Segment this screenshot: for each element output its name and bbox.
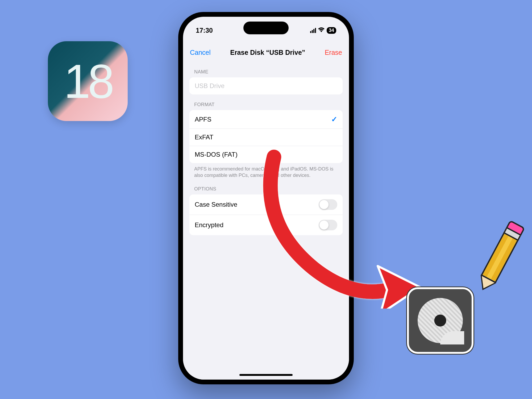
format-option-exfat[interactable]: ExFAT — [189, 129, 343, 146]
hard-disk-icon — [407, 287, 473, 354]
format-option-label: APFS — [195, 116, 211, 123]
checkmark-icon: ✓ — [331, 115, 337, 124]
format-section-footer: APFS is recommended for macOS, iOS, and … — [189, 163, 343, 179]
switch-toggle[interactable] — [319, 199, 337, 210]
option-label: Encrypted — [195, 221, 223, 229]
iphone-screen: 17:30 34 Cancel Erase Disk “USB Drive” E… — [183, 17, 349, 380]
name-section: NAME USB Drive — [183, 69, 349, 94]
option-case-sensitive[interactable]: Case Sensitive — [189, 194, 343, 215]
status-time: 17:30 — [196, 27, 213, 34]
switch-toggle[interactable] — [319, 220, 337, 230]
disk-edit-icon — [407, 247, 495, 354]
format-section-header: FORMAT — [189, 102, 343, 110]
erase-button[interactable]: Erase — [325, 49, 342, 56]
erase-disk-sheet: Cancel Erase Disk “USB Drive” Erase NAME… — [183, 43, 349, 380]
disk-name-placeholder: USB Drive — [195, 82, 225, 90]
ios18-badge: 18 — [48, 41, 128, 121]
battery-percent: 34 — [329, 28, 334, 33]
format-option-msdos[interactable]: MS-DOS (FAT) — [189, 146, 343, 163]
sheet-nav-header: Cancel Erase Disk “USB Drive” Erase — [183, 43, 349, 62]
cancel-button[interactable]: Cancel — [190, 49, 211, 56]
disk-name-field[interactable]: USB Drive — [189, 77, 343, 94]
dynamic-island — [243, 22, 289, 34]
format-option-apfs[interactable]: APFS ✓ — [189, 110, 343, 129]
format-option-label: MS-DOS (FAT) — [195, 151, 238, 158]
battery-icon: 34 — [327, 27, 336, 34]
options-section-header: OPTIONS — [189, 186, 343, 194]
options-section: OPTIONS Case Sensitive Encrypted — [183, 186, 349, 235]
option-label: Case Sensitive — [195, 201, 237, 208]
name-section-header: NAME — [189, 69, 343, 77]
format-option-label: ExFAT — [195, 134, 213, 141]
home-indicator — [239, 374, 293, 376]
option-encrypted[interactable]: Encrypted — [189, 215, 343, 235]
ios18-badge-text: 18 — [64, 54, 112, 109]
iphone-frame: 17:30 34 Cancel Erase Disk “USB Drive” E… — [178, 12, 354, 384]
status-right: 34 — [310, 27, 336, 34]
sheet-title: Erase Disk “USB Drive” — [230, 49, 305, 56]
wifi-icon — [318, 27, 325, 34]
cellular-icon — [310, 28, 316, 33]
format-section: FORMAT APFS ✓ ExFAT MS-DOS (FAT) APFS is… — [183, 102, 349, 179]
pencil-icon — [474, 220, 525, 296]
